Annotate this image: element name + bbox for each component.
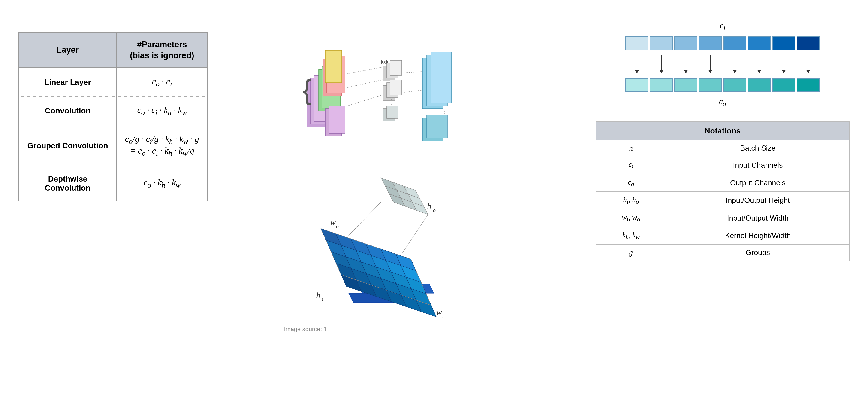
col-header-layer: Layer bbox=[19, 33, 117, 68]
svg-rect-15 bbox=[390, 60, 402, 75]
svg-line-76 bbox=[349, 202, 381, 236]
svg-line-77 bbox=[402, 214, 428, 254]
svg-text:i: i bbox=[442, 313, 444, 319]
co-cell-7 bbox=[772, 78, 795, 92]
arrow-6 bbox=[748, 55, 771, 74]
arrow-line-6 bbox=[759, 55, 760, 74]
ci-cell-6 bbox=[748, 36, 771, 50]
conv-svg: { kxk Conv ⋮ ⋮ bbox=[298, 21, 505, 160]
notation-sym-wio: wi, wo bbox=[596, 209, 666, 227]
arrow-line-5 bbox=[735, 55, 735, 74]
notation-desc-hio: Input/Output Height bbox=[666, 192, 849, 209]
ci-cell-2 bbox=[650, 36, 673, 50]
notation-desc-ci: Input Channels bbox=[666, 156, 849, 174]
ci-label: ci bbox=[720, 21, 725, 32]
arrow-line-1 bbox=[637, 55, 637, 74]
grid-diagram: w o h o h i w i bbox=[275, 162, 529, 323]
notation-row-co: co Output Channels bbox=[596, 174, 849, 192]
notation-row-g: g Groups bbox=[596, 244, 849, 261]
channel-diagram: ci bbox=[596, 21, 849, 108]
image-source-link[interactable]: 1 bbox=[324, 326, 327, 332]
ci-cell-7 bbox=[772, 36, 795, 50]
arrow-5 bbox=[723, 55, 746, 74]
layer-conv-name: Convolution bbox=[19, 96, 117, 125]
notations-section: Notations n Batch Size ci Input Channels… bbox=[596, 121, 849, 261]
arrow-line-3 bbox=[686, 55, 686, 74]
ci-cell-4 bbox=[699, 36, 722, 50]
svg-line-26 bbox=[404, 90, 423, 92]
center-section: { kxk Conv ⋮ ⋮ bbox=[275, 14, 529, 333]
co-cell-6 bbox=[748, 78, 771, 92]
notation-desc-g: Groups bbox=[666, 244, 849, 261]
image-source: Image source: 1 bbox=[275, 326, 327, 333]
notation-sym-co: co bbox=[596, 174, 666, 192]
arrow-line-4 bbox=[710, 55, 711, 74]
right-section: ci bbox=[596, 14, 849, 261]
svg-line-9 bbox=[346, 67, 383, 74]
co-cell-2 bbox=[650, 78, 673, 92]
svg-rect-29 bbox=[431, 52, 452, 103]
arrow-line-2 bbox=[661, 55, 662, 74]
layer-grouped-conv-name: Grouped Convolution bbox=[19, 125, 117, 166]
notation-sym-g: g bbox=[596, 244, 666, 261]
notation-desc-co: Output Channels bbox=[666, 174, 849, 192]
params-table: Layer #Parameters(bias is ignored) Linea… bbox=[19, 32, 208, 201]
svg-rect-7 bbox=[326, 50, 342, 83]
notation-sym-hio: hi, ho bbox=[596, 192, 666, 209]
arrow-2 bbox=[650, 55, 673, 74]
notation-row-ci: ci Input Channels bbox=[596, 156, 849, 174]
notation-sym-n: n bbox=[596, 140, 666, 156]
co-label: co bbox=[719, 96, 726, 108]
notation-row-hio: hi, ho Input/Output Height bbox=[596, 192, 849, 209]
notation-desc-n: Batch Size bbox=[666, 140, 849, 156]
conv-diagram: { kxk Conv ⋮ ⋮ bbox=[275, 19, 529, 162]
grid-svg: w o h o h i w i bbox=[302, 164, 501, 321]
svg-rect-22 bbox=[329, 106, 345, 134]
svg-line-11 bbox=[346, 80, 383, 88]
arrow-1 bbox=[625, 55, 648, 74]
svg-text:i: i bbox=[322, 296, 324, 302]
notation-sym-ci: ci bbox=[596, 156, 666, 174]
notation-desc-khw: Kernel Height/Width bbox=[666, 227, 849, 244]
ci-cell-8 bbox=[797, 36, 820, 50]
notation-row-n: n Batch Size bbox=[596, 140, 849, 156]
svg-line-25 bbox=[404, 71, 423, 73]
table-row-conv: Convolution co · ci · kh · kw bbox=[19, 96, 208, 125]
svg-rect-18 bbox=[390, 80, 402, 95]
svg-rect-32 bbox=[427, 115, 447, 138]
arrow-8 bbox=[797, 55, 820, 74]
notations-table: Notations n Batch Size ci Input Channels… bbox=[596, 121, 849, 261]
svg-text:{: { bbox=[302, 74, 312, 105]
ci-cell-1 bbox=[625, 36, 648, 50]
layer-conv-formula: co · ci · kh · kw bbox=[117, 96, 208, 125]
layer-grouped-conv-formula: co/g · ci/g · kh · kw · g = co · ci · kh… bbox=[117, 125, 208, 166]
svg-text:h: h bbox=[316, 291, 320, 300]
co-cell-5 bbox=[723, 78, 746, 92]
image-source-label: Image source: bbox=[284, 326, 322, 332]
page-container: Layer #Parameters(bias is ignored) Linea… bbox=[19, 14, 849, 392]
arrow-7 bbox=[772, 55, 795, 74]
ci-cell-3 bbox=[674, 36, 698, 50]
svg-text:o: o bbox=[336, 223, 339, 229]
svg-text:⋮: ⋮ bbox=[388, 98, 394, 105]
svg-line-10 bbox=[346, 95, 383, 106]
notation-row-wio: wi, wo Input/Output Width bbox=[596, 209, 849, 227]
arrow-line-7 bbox=[783, 55, 784, 74]
svg-text:h: h bbox=[427, 202, 431, 211]
notation-row-khw: kh, kw Kernel Height/Width bbox=[596, 227, 849, 244]
arrow-3 bbox=[674, 55, 698, 74]
ci-channel-row bbox=[625, 36, 820, 50]
notation-sym-khw: kh, kw bbox=[596, 227, 666, 244]
table-row-depthwise-conv: DepthwiseConvolution co · kh · kw bbox=[19, 166, 208, 201]
col-header-params: #Parameters(bias is ignored) bbox=[117, 33, 208, 68]
layer-linear-name: Linear Layer bbox=[19, 68, 117, 96]
ci-cell-5 bbox=[723, 36, 746, 50]
co-cell-1 bbox=[625, 78, 648, 92]
layer-depthwise-conv-name: DepthwiseConvolution bbox=[19, 166, 117, 201]
notation-desc-wio: Input/Output Width bbox=[666, 209, 849, 227]
co-cell-4 bbox=[699, 78, 722, 92]
svg-rect-24 bbox=[387, 106, 398, 118]
svg-text:w: w bbox=[436, 308, 442, 317]
arrow-line-8 bbox=[808, 55, 808, 74]
co-cell-3 bbox=[674, 78, 698, 92]
